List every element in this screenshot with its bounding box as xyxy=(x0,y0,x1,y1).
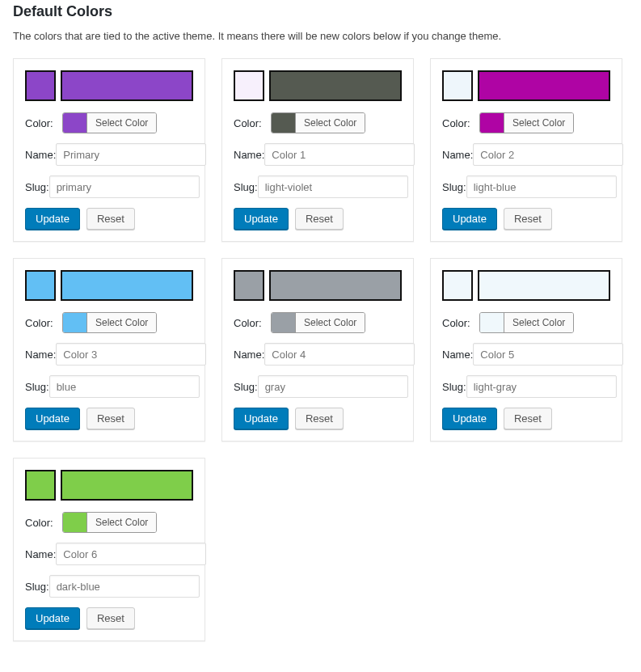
color-card: Color: Select Color Name: Slug: Update R… xyxy=(221,58,414,242)
button-row: Update Reset xyxy=(25,208,193,230)
preview-row xyxy=(25,470,193,501)
color-label: Color: xyxy=(234,117,271,129)
name-label: Name: xyxy=(234,349,264,361)
slug-field-row: Slug: xyxy=(25,575,193,598)
select-color-button[interactable]: Select Color xyxy=(504,313,573,332)
reset-button[interactable]: Reset xyxy=(295,408,344,429)
name-label: Name: xyxy=(25,149,56,161)
color-field-row: Color: Select Color xyxy=(234,112,402,133)
slug-field-row: Slug: xyxy=(25,175,193,198)
slug-label: Slug: xyxy=(442,181,466,193)
reset-button[interactable]: Reset xyxy=(86,408,135,429)
swatch-large xyxy=(61,470,193,501)
color-cards-grid: Color: Select Color Name: Slug: Update R… xyxy=(13,58,628,641)
name-input[interactable] xyxy=(473,343,623,366)
name-field-row: Name: xyxy=(442,343,610,366)
slug-input[interactable] xyxy=(49,175,200,198)
slug-field-row: Slug: xyxy=(234,175,402,198)
slug-input[interactable] xyxy=(258,375,408,398)
color-field-row: Color: Select Color xyxy=(25,112,193,133)
reset-button[interactable]: Reset xyxy=(86,607,135,629)
name-label: Name: xyxy=(25,548,56,560)
reset-button[interactable]: Reset xyxy=(504,208,552,230)
preview-row xyxy=(234,270,402,301)
swatch-small xyxy=(442,70,473,101)
name-label: Name: xyxy=(442,349,473,361)
name-field-row: Name: xyxy=(234,343,402,366)
update-button[interactable]: Update xyxy=(442,208,497,230)
preview-row xyxy=(234,70,402,101)
name-field-row: Name: xyxy=(442,143,610,166)
name-input[interactable] xyxy=(473,143,623,166)
section-description: The colors that are tied to the active t… xyxy=(13,30,628,42)
update-button[interactable]: Update xyxy=(234,408,289,429)
reset-button[interactable]: Reset xyxy=(504,408,552,429)
name-input[interactable] xyxy=(56,143,206,166)
name-field-row: Name: xyxy=(25,343,193,366)
color-card: Color: Select Color Name: Slug: Update R… xyxy=(13,458,205,641)
select-color-button[interactable]: Select Color xyxy=(87,113,156,133)
select-color-button[interactable]: Select Color xyxy=(296,113,365,133)
color-picker[interactable]: Select Color xyxy=(479,312,574,333)
color-label: Color: xyxy=(234,317,271,329)
swatch-small xyxy=(234,270,264,301)
slug-input[interactable] xyxy=(49,575,200,598)
update-button[interactable]: Update xyxy=(25,208,80,230)
slug-input[interactable] xyxy=(466,175,617,198)
color-picker-swatch xyxy=(272,113,296,133)
slug-label: Slug: xyxy=(25,181,49,193)
name-input[interactable] xyxy=(264,143,415,166)
select-color-button[interactable]: Select Color xyxy=(504,113,573,133)
name-input[interactable] xyxy=(56,543,206,565)
preview-row xyxy=(25,70,193,101)
color-picker[interactable]: Select Color xyxy=(271,112,365,133)
reset-button[interactable]: Reset xyxy=(295,208,344,230)
color-card: Color: Select Color Name: Slug: Update R… xyxy=(221,258,414,442)
color-picker-swatch xyxy=(63,313,87,332)
update-button[interactable]: Update xyxy=(442,408,497,429)
preview-row xyxy=(442,70,610,101)
slug-label: Slug: xyxy=(442,381,466,393)
update-button[interactable]: Update xyxy=(25,607,80,629)
color-card: Color: Select Color Name: Slug: Update R… xyxy=(430,58,622,242)
color-picker[interactable]: Select Color xyxy=(62,112,157,133)
color-label: Color: xyxy=(442,317,479,329)
select-color-button[interactable]: Select Color xyxy=(87,513,156,532)
color-picker-swatch xyxy=(272,313,296,332)
update-button[interactable]: Update xyxy=(25,408,80,429)
slug-field-row: Slug: xyxy=(442,375,610,398)
color-picker-swatch xyxy=(480,313,504,332)
reset-button[interactable]: Reset xyxy=(86,208,135,230)
select-color-button[interactable]: Select Color xyxy=(296,313,365,332)
slug-label: Slug: xyxy=(25,581,49,593)
color-picker-swatch xyxy=(63,113,87,133)
slug-input[interactable] xyxy=(466,375,617,398)
slug-field-row: Slug: xyxy=(25,375,193,398)
color-field-row: Color: Select Color xyxy=(234,312,402,333)
slug-input[interactable] xyxy=(258,175,408,198)
color-picker[interactable]: Select Color xyxy=(62,512,157,533)
color-picker[interactable]: Select Color xyxy=(479,112,574,133)
name-label: Name: xyxy=(25,349,56,361)
color-picker[interactable]: Select Color xyxy=(271,312,365,333)
swatch-large xyxy=(478,70,610,101)
color-label: Color: xyxy=(25,117,62,129)
color-field-row: Color: Select Color xyxy=(442,112,610,133)
color-field-row: Color: Select Color xyxy=(25,512,193,533)
color-picker[interactable]: Select Color xyxy=(62,312,157,333)
swatch-small xyxy=(25,70,56,101)
name-input[interactable] xyxy=(264,343,415,366)
button-row: Update Reset xyxy=(442,408,610,429)
name-label: Name: xyxy=(234,149,264,161)
color-label: Color: xyxy=(25,317,62,329)
color-field-row: Color: Select Color xyxy=(442,312,610,333)
select-color-button[interactable]: Select Color xyxy=(87,313,156,332)
name-input[interactable] xyxy=(56,343,206,366)
slug-field-row: Slug: xyxy=(442,175,610,198)
slug-field-row: Slug: xyxy=(234,375,402,398)
slug-input[interactable] xyxy=(49,375,200,398)
color-card: Color: Select Color Name: Slug: Update R… xyxy=(430,258,622,442)
swatch-large xyxy=(61,70,193,101)
section-title: Default Colors xyxy=(13,3,628,20)
update-button[interactable]: Update xyxy=(234,208,289,230)
